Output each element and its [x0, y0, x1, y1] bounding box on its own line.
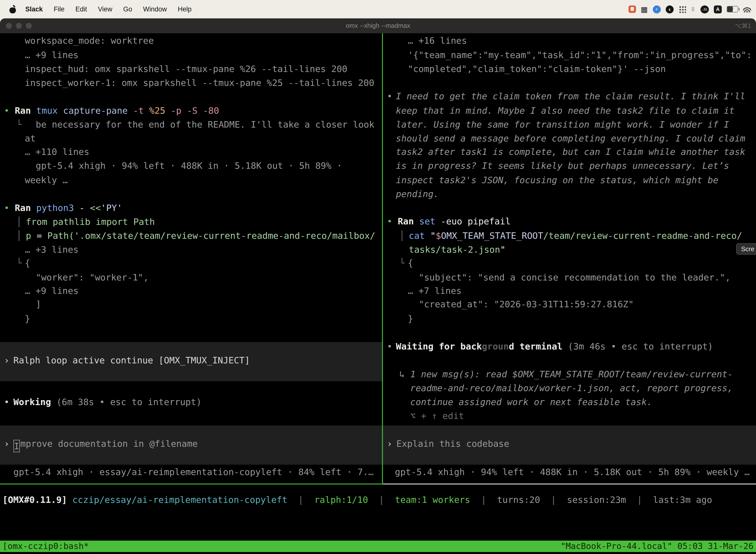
terminal-text-line: workspace_mode: worktree [25, 34, 154, 48]
shield-app-icon[interactable]: ▦ [641, 5, 648, 14]
text-segment: › [4, 355, 9, 365]
pane-divider[interactable] [382, 33, 383, 485]
text-segment: readme-and-reco/mailbox/worker-1.json, a… [410, 383, 733, 393]
apple-menu-icon[interactable] [9, 5, 16, 13]
text-segment: "completed","claim_token":"claim-token"}… [408, 63, 666, 74]
terminal-text-line: │ [16, 229, 22, 243]
terminal-text-line: "subject": "send a concise recommendatio… [419, 271, 731, 284]
text-segment: | [368, 494, 395, 505]
terminal-pane-left[interactable]: workspace_mode: worktree… +9 linesinspec… [0, 33, 382, 554]
text-segment: last:3m ago [653, 494, 712, 505]
text-segment: } [408, 313, 413, 324]
window-shortcut-hint: ⌥⌘1 [735, 18, 751, 33]
text-segment: Ran [15, 203, 36, 213]
text-segment: } [25, 313, 30, 324]
dots-grid-icon[interactable] [678, 5, 686, 13]
text-segment: Explain this codebase [396, 438, 509, 449]
text-segment: | [540, 494, 567, 505]
text-segment: … +9 lines [25, 285, 79, 296]
macos-menu-bar: SlackFileEditViewGoWindowHelp ▦⚡‹∞..61A⚡ [0, 0, 756, 18]
chat-app-icon[interactable] [628, 5, 636, 13]
text-segment: [OMX#0.11.9] [2, 494, 67, 505]
prompt-chevron: › [4, 437, 9, 451]
window-title-bar[interactable]: omx --xhigh --madmax ⌥⌘1 [0, 18, 756, 33]
terminal-text-line: ↳ [399, 367, 405, 381]
pane-bottom-border [383, 484, 756, 485]
text-segment: pending. [396, 189, 439, 199]
text-segment: tmux [36, 105, 58, 116]
text-segment: from pathlib import Path [26, 216, 155, 227]
terminal-text-line: p = Path('.omx/state/team/review-current… [26, 229, 375, 243]
omx-session-status-line: [OMX#0.11.9] cczip/essay/ai-reimplementa… [2, 493, 712, 507]
command-line: • Ran python3 - <<'PY' [4, 201, 122, 215]
injected-command-text: Ralph loop active continue [OMX_TMUX_INJ… [13, 353, 250, 367]
screen: SlackFileEditViewGoWindowHelp ▦⚡‹∞..61A⚡… [0, 0, 756, 554]
text-segment: | [626, 494, 653, 505]
waiting-status: Waiting for background terminal (3m 46s … [396, 340, 713, 353]
text-segment: gpt-5.4 xhigh · 94% left · 488K in · 5.1… [36, 160, 342, 171]
menu-slack[interactable]: Slack [20, 5, 48, 13]
text-segment: is in progress? It seems likely but perh… [396, 160, 729, 171]
menu-edit[interactable]: Edit [70, 5, 92, 13]
text-segment: -t [128, 105, 144, 116]
text-segment: • [387, 216, 397, 226]
menu-file[interactable]: File [48, 5, 70, 13]
terminal-text-line: tasks/task-2.json" [409, 243, 505, 257]
terminal-text-line: • [387, 89, 392, 103]
terminal-text-line: … +3 lines [25, 243, 79, 257]
text-segment: ↳ [399, 369, 405, 379]
prompt-placeholder[interactable]: Improve documentation in @filename [13, 437, 198, 451]
thinking-text: later. Using the same for transition mig… [396, 118, 729, 131]
terminal-text-line: "worker": "worker-1", [36, 271, 148, 284]
text-segment: gpt-5.4 xhigh · essay/ai-reimplementatio… [13, 466, 374, 477]
terminal-text-line: │ [399, 229, 405, 243]
text-segment: ⌥ + ↑ edit [410, 410, 464, 421]
text-segment: • [4, 203, 15, 213]
media-app-icon[interactable]: ‹ [666, 5, 674, 13]
text-segment: groun [482, 341, 509, 351]
stats-app-icon[interactable]: ⚡ [652, 5, 660, 13]
terminal-text-line: … +9 lines [25, 48, 79, 62]
text-segment: │ [399, 230, 405, 241]
terminal-text-line: │ [16, 215, 22, 229]
window-title: omx --xhigh --madmax [0, 18, 756, 33]
text-segment: └ [399, 258, 405, 268]
text-segment: weekly … [25, 175, 68, 185]
terminal-content[interactable]: Scre [omx-cczip0:bash* "MacBook-Pro-44.l… [0, 33, 756, 554]
menu-view[interactable]: View [92, 5, 118, 13]
text-segment: (6m 38s • esc to interrupt) [51, 397, 202, 407]
working-status: Working (6m 38s • esc to interrupt) [13, 395, 202, 409]
text-segment: " [500, 244, 505, 255]
text-segment: (3m 46s • esc to interrupt) [563, 341, 713, 351]
text-segment: { [408, 258, 413, 268]
count-badge-icon[interactable]: ..61 [700, 5, 709, 13]
text-segment: I need to get the claim token from the c… [396, 91, 745, 101]
text-segment: • [4, 105, 15, 116]
terminal-text-line: inspect_worker-1: omx sparkshell --tmux-… [25, 76, 374, 90]
menu-window[interactable]: Window [138, 5, 172, 13]
text-segment: at [25, 133, 36, 144]
text-segment: inspect_worker-1: omx sparkshell --tmux-… [25, 77, 374, 88]
command-line: • Ran tmux capture-pane -t %25 -p -S -80 [4, 104, 219, 118]
text-segment: │ [16, 216, 22, 227]
menu-help[interactable]: Help [172, 5, 197, 13]
model-status-line: gpt-5.4 xhigh · essay/ai-reimplementatio… [13, 465, 374, 479]
menu-go[interactable]: Go [118, 5, 138, 13]
terminal-text-line: └ [16, 256, 22, 270]
text-segment: set [419, 216, 435, 226]
mailbox-message: continue assigned work or next feasible … [410, 395, 652, 409]
text-segment: cat [409, 230, 425, 241]
squiggle-icon[interactable]: ∞ [690, 7, 697, 12]
prompt-placeholder[interactable]: Explain this codebase [396, 437, 509, 451]
prompt-chevron: › [4, 353, 9, 367]
text-segment: Ran [397, 216, 419, 226]
thinking-text: pending. [396, 187, 439, 201]
input-source-icon[interactable]: A [714, 5, 722, 13]
terminal-text-line: • [4, 395, 9, 409]
battery-icon[interactable]: ⚡ [727, 6, 738, 12]
wifi-icon[interactable] [743, 6, 751, 12]
terminal-text-line: └ [16, 118, 22, 131]
text-segment: • [387, 91, 392, 101]
terminal-pane-right[interactable]: … +16 lines'{"team_name":"my-team","task… [383, 33, 756, 554]
text-segment: … +9 lines [25, 50, 79, 60]
